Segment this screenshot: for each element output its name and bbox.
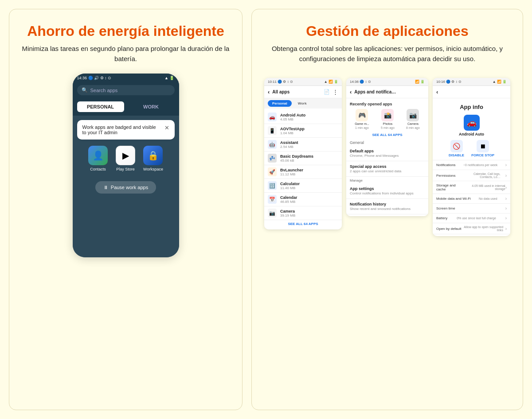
recent-photos[interactable]: 📸 Photos 5 min ago [381, 109, 395, 129]
list-item[interactable]: 📱 AOVTestApp1.04 MB [264, 124, 342, 138]
chevron-icon: › [505, 173, 507, 178]
permissions-row[interactable]: Permissions Calendar, Call logs, Contact… [433, 170, 510, 181]
notif-status-left: 14:36 🔵 ↕ ⊙ [350, 80, 371, 84]
chevron-icon: › [505, 216, 507, 221]
all-apps-tabs: Personal Work [264, 98, 342, 109]
notifications-header: ‹ Apps and notifica… [346, 86, 428, 98]
photos-icon: 📸 [381, 109, 394, 121]
phone-status-bar: 14:36 🔵 🔊 ⚙ ↕ ⊙ ▲ 🔋 [73, 74, 179, 82]
all-apps-status-left: 10:11 🔵 ⚙ ↕ ⊙ [268, 80, 293, 84]
recent-camera[interactable]: 📷 Camera 8 min ago [406, 109, 420, 129]
chevron-icon: › [505, 206, 507, 211]
apps-menu-icon[interactable]: ⋮ [332, 89, 338, 95]
playstore-icon: ▶ [116, 146, 135, 165]
all-apps-content: 🚗 Android Auto4.05 MB 📱 AOVTestApp1.04 M… [264, 109, 342, 229]
back-arrow-icon[interactable]: ‹ [268, 89, 270, 95]
pause-work-apps-button[interactable]: ⏸ Pause work apps [95, 181, 156, 194]
battery-row[interactable]: Battery 0% use since last full charge › [433, 213, 510, 223]
special-app-access-item[interactable]: Special app access 2 apps can use unrest… [346, 161, 428, 177]
phone-tabs: PERSONAL WORK [73, 98, 179, 116]
bvlauncher-icon: 🚀 [268, 167, 277, 176]
app-playstore[interactable]: ▶ Play Store [116, 146, 135, 171]
list-item[interactable]: 🔢 Calculator11.40 MB [264, 179, 342, 193]
calendar-icon: 📅 [268, 195, 277, 204]
contacts-label: Contacts [90, 167, 106, 171]
list-item[interactable]: 🤖 Assistant2.54 MB [264, 138, 342, 151]
list-item[interactable]: 🚀 BvLauncher11.12 MB [264, 165, 342, 179]
left-panel: Ahorro de energía inteligente Minimiza l… [9, 9, 243, 410]
recent-game[interactable]: 🎮 Game m... 1 min ago [355, 109, 369, 129]
list-item[interactable]: 🚗 Android Auto4.05 MB [264, 110, 342, 124]
all-apps-status-right: ▲ 📶 🔋 [324, 80, 338, 84]
notification-history-item[interactable]: Notification history Show recent and sno… [346, 199, 428, 214]
screen-app-info: 10:16 🔵 ⚙ ↕ ⊙ ▲ 📶 🔋 ‹ App info 🚗 Android… [433, 78, 510, 236]
screen-time-row[interactable]: Screen time › [433, 204, 510, 213]
phone-body: Work apps are badged and visible to your… [73, 116, 179, 257]
notifications-status: 14:36 🔵 ↕ ⊙ 📶 🔋 [346, 78, 428, 86]
app-workspace[interactable]: 🔒 Workspace [143, 146, 163, 171]
pause-icon: ⏸ [103, 185, 108, 190]
back-arrow-notif-icon[interactable]: ‹ [350, 89, 352, 95]
calculator-icon: 🔢 [268, 181, 277, 190]
chevron-icon: › [505, 196, 507, 201]
tab-personal[interactable]: PERSONAL [77, 101, 124, 112]
storage-row[interactable]: Storage and cache 4.05 MB used in intern… [433, 181, 510, 194]
app-info-actions: 🚫 DISABLE ⏹ FORCE STOP [433, 138, 510, 160]
app-contacts[interactable]: 👤 Contacts [88, 146, 108, 171]
phone-search-inner[interactable]: 🔍 Search apps [77, 85, 175, 95]
phone-mockup-left: 14:36 🔵 🔊 ⚙ ↕ ⊙ ▲ 🔋 🔍 Search apps PERSON… [73, 74, 179, 257]
chevron-icon: › [505, 163, 507, 167]
list-item[interactable]: 📅 Calendar46.85 MB [264, 193, 342, 206]
notifications-title: Apps and notifica… [354, 89, 425, 94]
android-auto-app-icon: 🚗 [464, 115, 480, 131]
all-apps-title: All apps [272, 89, 321, 94]
tab-work[interactable]: WORK [128, 101, 175, 112]
close-icon[interactable]: ✕ [164, 124, 169, 131]
default-apps-item[interactable]: Default apps Chrome, Phone and Messages [346, 146, 428, 161]
open-by-default-row[interactable]: Open by default Allow app to open suppor… [433, 223, 510, 234]
recent-apps-row: 🎮 Game m... 1 min ago 📸 Photos 5 min ago… [346, 107, 428, 131]
workspace-icon: 🔒 [143, 146, 163, 165]
back-arrow-appinfo-icon[interactable]: ‹ [436, 89, 438, 95]
right-panel-subtitle: Obtenga control total sobre las aplicaci… [264, 44, 510, 64]
list-item[interactable]: 📷 Camera39.19 MB [264, 206, 342, 220]
game-icon: 🎮 [356, 109, 368, 121]
left-panel-subtitle: Minimiza las tareas en segundo plano par… [22, 44, 230, 64]
tab-work-mini[interactable]: Work [293, 100, 311, 107]
aov-icon: 📱 [268, 126, 277, 135]
disable-button[interactable]: 🚫 DISABLE [449, 140, 464, 157]
status-right: ▲ 🔋 [164, 76, 174, 80]
general-section: General [346, 139, 428, 146]
mobile-data-row[interactable]: Mobile data and Wi-Fi No data used › [433, 194, 510, 204]
app-settings-item[interactable]: App settings Control notifications from … [346, 183, 428, 199]
notif-status-right: 📶 🔋 [415, 80, 425, 84]
app-info-status-right: ▲ 📶 🔋 [493, 80, 507, 84]
notifications-row[interactable]: Notifications ~0 notifications per week … [433, 160, 510, 170]
list-item[interactable]: 💤 Basic Daydreams45.06 kB [264, 151, 342, 165]
daydreams-icon: 💤 [268, 154, 277, 163]
playstore-label: Play Store [116, 167, 135, 171]
pause-label: Pause work apps [111, 185, 148, 190]
camera-recent-icon: 📷 [407, 109, 419, 121]
app-info-name: Android Auto [459, 132, 484, 136]
see-all-apps[interactable]: SEE ALL 64 APPS [264, 220, 342, 228]
force-stop-button[interactable]: ⏹ FORCE STOP [471, 140, 494, 157]
all-apps-status: 10:11 🔵 ⚙ ↕ ⊙ ▲ 📶 🔋 [264, 78, 342, 86]
phone-search-bar: 🔍 Search apps [73, 82, 179, 98]
force-stop-icon: ⏹ [477, 140, 489, 152]
assistant-icon: 🤖 [268, 140, 277, 149]
chevron-icon: › [505, 185, 507, 190]
chevron-icon: › [505, 226, 507, 231]
screen-all-apps: 10:11 🔵 ⚙ ↕ ⊙ ▲ 📶 🔋 ‹ All apps 📄 ⋮ Perso… [264, 78, 342, 229]
right-screens: 10:11 🔵 ⚙ ↕ ⊙ ▲ 📶 🔋 ‹ All apps 📄 ⋮ Perso… [264, 78, 510, 236]
android-auto-icon: 🚗 [268, 113, 277, 121]
recently-opened-label: Recently opened apps [346, 100, 428, 107]
work-badge-card: Work apps are badged and visible to your… [77, 120, 175, 140]
right-panel-title: Gestión de aplicaciones [306, 23, 468, 39]
left-panel-title: Ahorro de energía inteligente [27, 23, 224, 39]
see-all-recent[interactable]: SEE ALL 64 APPS [346, 131, 428, 139]
app-info-title: App info [433, 100, 510, 112]
app-info-icon-area: 🚗 Android Auto [433, 112, 510, 138]
app-info-content: App info 🚗 Android Auto 🚫 DISABLE ⏹ FORC… [433, 98, 510, 236]
tab-personal-mini[interactable]: Personal [268, 100, 292, 107]
